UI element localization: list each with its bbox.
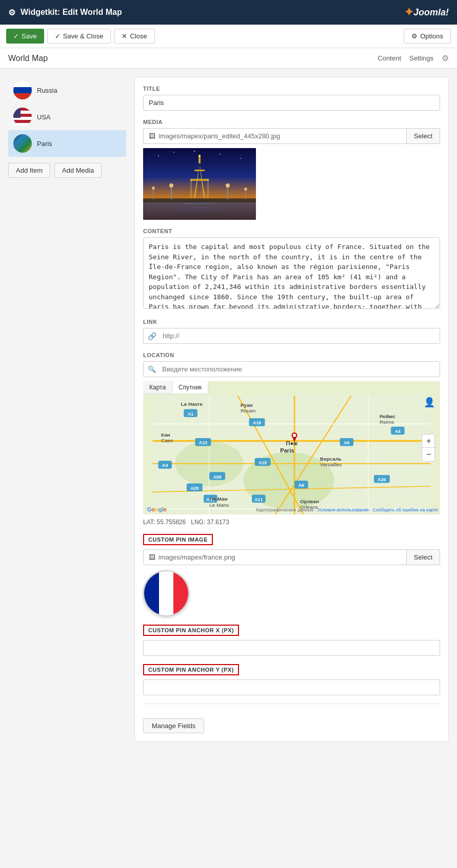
content-label: CONTENT <box>143 228 440 234</box>
svg-text:A88: A88 <box>213 474 221 480</box>
close-x-icon: ✕ <box>122 32 127 40</box>
media-field-group: MEDIA 🖼 images/mapex/paris_edited_445x28… <box>143 119 440 220</box>
media-label: MEDIA <box>143 119 440 125</box>
france-flag-circle <box>143 570 189 616</box>
svg-rect-13 <box>190 179 192 198</box>
avatar-russia <box>13 81 32 99</box>
add-media-button[interactable]: Add Media <box>54 163 102 178</box>
svg-rect-7 <box>143 198 256 202</box>
map-zoom-in-button[interactable]: + <box>422 435 435 448</box>
search-icon: 🔍 <box>144 365 160 373</box>
main-content: Russia USA Paris Add Item Add Media TITL… <box>0 69 457 750</box>
avatar-paris <box>13 134 32 153</box>
manage-fields-button[interactable]: Manage Fields <box>143 718 204 733</box>
map-tab-karta[interactable]: Карта <box>143 381 172 394</box>
svg-text:A13: A13 <box>199 440 207 445</box>
svg-text:Versailles: Versailles <box>320 462 342 467</box>
map-attribution: Картографические данные · Условия исполь… <box>256 507 438 512</box>
title-input[interactable] <box>143 95 440 111</box>
svg-point-82 <box>293 433 296 437</box>
svg-point-12 <box>198 155 201 157</box>
svg-point-20 <box>152 187 155 190</box>
coordinates: LAT: 55.755826 LNG: 37.6173 <box>143 519 440 526</box>
options-button[interactable]: ⚙ Options <box>404 29 451 44</box>
options-label: Options <box>420 32 443 40</box>
link-label: LINK <box>143 319 440 325</box>
tab-settings[interactable]: Settings <box>409 54 433 62</box>
report-label[interactable]: Сообщить об ошибке на карте <box>373 507 438 512</box>
map-container[interactable]: A1 A4 A6 A10 A6 A4 A88 A2 <box>143 381 440 514</box>
svg-point-5 <box>194 151 195 152</box>
list-item-russia[interactable]: Russia <box>8 77 126 104</box>
options-gear-icon: ⚙ <box>411 32 418 40</box>
list-item-usa[interactable]: USA <box>8 104 126 130</box>
media-file-icon: 🖼 <box>149 132 155 140</box>
svg-text:Le Havre: Le Havre <box>181 401 203 407</box>
svg-text:A11: A11 <box>254 497 263 502</box>
map-zoom-controls: + − <box>422 434 435 462</box>
custom-pin-image-label: CUSTOM PIN IMAGE <box>143 534 213 545</box>
list-item-paris[interactable]: Paris <box>8 130 126 157</box>
left-panel: Russia USA Paris Add Item Add Media <box>8 77 126 742</box>
map-data-label: Картографические данные <box>256 507 313 512</box>
add-item-button[interactable]: Add Item <box>8 163 50 178</box>
media-input-wrapper: 🖼 images/mapex/paris_edited_445x280.jpg … <box>143 128 440 144</box>
app-title-area: ⚙ Widgetkit: Edit World Map <box>8 8 122 17</box>
svg-text:Rouen: Rouen <box>241 408 255 414</box>
save-close-button[interactable]: ✓ Save & Close <box>47 29 111 44</box>
flag-white-strip <box>159 571 174 615</box>
flag-blue-strip <box>144 571 159 615</box>
map-svg: A1 A4 A6 A10 A6 A4 A88 A2 <box>143 396 440 514</box>
svg-text:Орлеан: Орлеан <box>300 499 319 504</box>
svg-text:A16: A16 <box>253 420 261 425</box>
custom-pin-media-input: 🖼 images/mapex/france.png <box>143 549 407 565</box>
custom-pin-image-field-group: CUSTOM PIN IMAGE 🖼 images/mapex/france.p… <box>143 534 440 616</box>
svg-rect-9 <box>190 179 209 181</box>
joomla-label: Joomla! <box>413 7 449 18</box>
svg-text:Paris: Paris <box>280 447 294 453</box>
content-textarea[interactable]: Paris is the capital and most populous c… <box>143 237 440 309</box>
custom-pin-path: images/mapex/france.png <box>158 553 235 561</box>
svg-point-16 <box>169 183 173 188</box>
location-label: LOCATION <box>143 352 440 358</box>
svg-text:A4: A4 <box>395 429 401 434</box>
action-buttons: Add Item Add Media <box>8 163 126 178</box>
custom-pin-anchor-y-field-group: CUSTOM PIN ANCHOR Y (PX) <box>143 664 440 695</box>
svg-rect-10 <box>194 170 205 171</box>
location-input[interactable] <box>160 362 440 377</box>
settings-gear-icon[interactable]: ⚙ <box>442 53 449 63</box>
save-button[interactable]: ✓ Save <box>6 29 44 44</box>
terms-label[interactable]: Условия использования <box>317 507 369 512</box>
svg-point-4 <box>240 158 241 159</box>
svg-rect-14 <box>207 179 209 198</box>
custom-pin-anchor-x-input[interactable] <box>143 640 440 656</box>
svg-text:A4: A4 <box>162 463 168 468</box>
close-button[interactable]: ✕ Close <box>114 29 154 44</box>
link-input-wrapper: 🔗 <box>143 328 440 344</box>
page-title: World Map <box>8 54 48 63</box>
media-select-button[interactable]: Select <box>407 128 440 144</box>
link-icon: 🔗 <box>144 332 161 340</box>
svg-text:Caen: Caen <box>161 438 173 443</box>
svg-text:A6: A6 <box>299 483 304 488</box>
title-label: TITLE <box>143 86 440 92</box>
svg-point-18 <box>226 183 230 188</box>
link-input[interactable] <box>161 328 440 343</box>
close-label: Close <box>130 32 147 40</box>
joomla-icon: ✦ <box>404 6 413 19</box>
custom-pin-anchor-y-input[interactable] <box>143 679 440 695</box>
custom-pin-select-button[interactable]: Select <box>407 549 440 565</box>
svg-text:Ле-Ман: Ле-Ман <box>209 496 228 502</box>
location-name-russia: Russia <box>37 87 57 94</box>
app-header: ⚙ Widgetkit: Edit World Map ✦ Joomla! <box>0 0 457 25</box>
location-name-usa: USA <box>37 113 51 121</box>
google-logo: Google <box>147 506 167 512</box>
app-title: Widgetkit: Edit World Map <box>21 8 122 17</box>
svg-text:A1: A1 <box>188 411 193 417</box>
street-view-person-icon[interactable]: 👤 <box>424 397 435 408</box>
tab-content[interactable]: Content <box>377 54 401 62</box>
svg-text:Руан: Руан <box>241 402 253 408</box>
lng-label: LNG: <box>191 519 205 526</box>
map-zoom-out-button[interactable]: − <box>422 448 435 461</box>
map-tab-sputnik[interactable]: Спутник <box>172 381 208 394</box>
